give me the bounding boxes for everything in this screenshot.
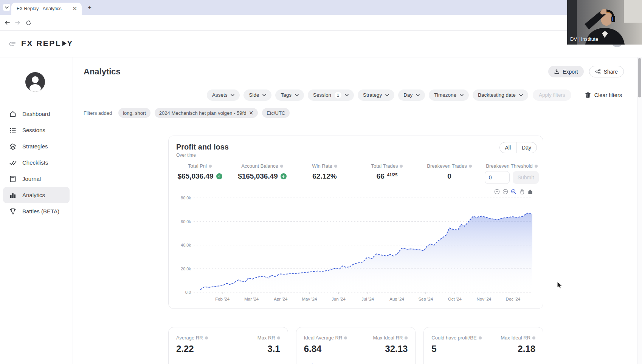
svg-text:0.0: 0.0 bbox=[185, 290, 191, 295]
toggle-all[interactable]: All bbox=[500, 142, 516, 153]
info-icon[interactable] bbox=[205, 336, 208, 339]
stat-total-trades: Total Trades 6641/25 bbox=[356, 163, 418, 184]
svg-text:Jun '24: Jun '24 bbox=[332, 297, 346, 301]
sidebar-item-journal[interactable]: Journal bbox=[3, 171, 70, 187]
webcam-name-label: DV | Institute bbox=[570, 36, 598, 42]
filter-backtesting-date-dropdown[interactable]: Backtesting date bbox=[473, 89, 528, 101]
breakeven-threshold-input[interactable] bbox=[485, 171, 510, 184]
share-button[interactable]: Share bbox=[589, 66, 624, 77]
sidebar-menu: Dashboard Sessions Strategies Checklists… bbox=[0, 106, 73, 219]
svg-text:60.0k: 60.0k bbox=[181, 219, 191, 224]
up-arrow-badge bbox=[281, 173, 287, 179]
filter-strategy-dropdown[interactable]: Strategy bbox=[358, 89, 394, 101]
filter-day-dropdown[interactable]: Day bbox=[398, 89, 425, 101]
layers-icon bbox=[9, 143, 17, 150]
chevron-down-icon bbox=[416, 94, 420, 96]
filter-tags-dropdown[interactable]: Tags bbox=[275, 89, 304, 101]
info-icon[interactable] bbox=[535, 165, 538, 168]
filter-session-dropdown[interactable]: Session1 bbox=[308, 89, 354, 101]
info-icon[interactable] bbox=[469, 165, 472, 168]
sidebar-item-dashboard[interactable]: Dashboard bbox=[3, 106, 70, 122]
play-icon bbox=[62, 41, 67, 46]
logo-text: FX REPL bbox=[21, 39, 61, 48]
browser-tab[interactable]: FX Replay - Analytics ✕ bbox=[11, 3, 82, 15]
wins-losses-ratio: 41/25 bbox=[387, 173, 398, 177]
svg-text:40.0k: 40.0k bbox=[181, 243, 191, 247]
logo-text-suffix: Y bbox=[67, 39, 73, 48]
info-icon[interactable] bbox=[405, 336, 408, 339]
fx-replay-logo[interactable]: FX REPLY bbox=[21, 39, 73, 48]
info-icon[interactable] bbox=[479, 336, 482, 339]
sidebar-item-checklists[interactable]: Checklists bbox=[3, 154, 70, 171]
filter-chip-side[interactable]: long, short bbox=[118, 108, 150, 118]
export-button[interactable]: Export bbox=[548, 66, 583, 77]
info-icon[interactable] bbox=[344, 336, 347, 339]
info-icon[interactable] bbox=[277, 336, 280, 339]
svg-text:Oct '24: Oct '24 bbox=[448, 297, 462, 301]
svg-text:Aug '24: Aug '24 bbox=[389, 297, 404, 301]
sidebar-collapse-icon[interactable] bbox=[8, 40, 16, 49]
tab-search-button[interactable] bbox=[3, 4, 10, 11]
ideal-average-rr-card: Ideal Average RR 6.84 Max Ideal RR 32.13 bbox=[296, 327, 416, 364]
reload-icon[interactable] bbox=[24, 19, 33, 27]
filter-chip-timezone[interactable]: Etc/UTC bbox=[262, 108, 290, 118]
stat-win-rate: Win Rate 62.12% bbox=[293, 163, 356, 184]
stat-total-pnl: Total Pnl $65,036.49 bbox=[169, 163, 231, 184]
chevron-down-icon bbox=[262, 94, 266, 96]
stats-row: Total Pnl $65,036.49 Account Balance $16… bbox=[169, 163, 543, 184]
stat-breakeven-trades: Breakeven Trades 0 bbox=[418, 163, 481, 184]
browser-tab-strip: FX Replay - Analytics ✕ + bbox=[0, 0, 642, 15]
card-subtitle: Over time bbox=[176, 153, 196, 158]
info-icon[interactable] bbox=[209, 165, 212, 168]
back-icon[interactable] bbox=[3, 19, 11, 27]
svg-text:Apr '24: Apr '24 bbox=[274, 297, 288, 301]
svg-text:80.0k: 80.0k bbox=[181, 196, 191, 200]
info-icon[interactable] bbox=[280, 165, 283, 168]
filter-timezone-dropdown[interactable]: Timezone bbox=[429, 89, 469, 101]
browser-toolbar: app.fxreplay.com/en-US/auth/analytics bbox=[0, 15, 642, 31]
svg-text:Sep '24: Sep '24 bbox=[418, 297, 433, 301]
info-icon[interactable] bbox=[400, 165, 403, 168]
filter-assets-dropdown[interactable]: Assets bbox=[207, 89, 240, 101]
forward-icon[interactable] bbox=[14, 19, 22, 27]
filter-chip-strategy[interactable]: 2024 Mechanisch het plan volgen - 59fd✕ bbox=[155, 108, 258, 118]
clear-filters-button[interactable]: Clear filters bbox=[585, 92, 622, 98]
new-tab-button[interactable]: + bbox=[85, 3, 94, 12]
profile-avatar[interactable] bbox=[25, 72, 45, 94]
apply-filters-button[interactable]: Apply filters bbox=[533, 89, 571, 101]
webcam-overlay: DV | Institute bbox=[567, 0, 642, 45]
session-count-badge: 1 bbox=[335, 92, 341, 99]
tab-close-icon[interactable]: ✕ bbox=[71, 5, 79, 12]
chevron-down-icon bbox=[295, 94, 299, 96]
submit-button[interactable]: Submit bbox=[513, 171, 539, 184]
sidebar-item-strategies[interactable]: Strategies bbox=[3, 138, 70, 154]
info-icon[interactable] bbox=[334, 165, 337, 168]
page-header: Analytics Export Share bbox=[73, 57, 637, 86]
filters-added-row: Filters added long, short 2024 Mechanisc… bbox=[73, 104, 637, 122]
sidebar: Dashboard Sessions Strategies Checklists… bbox=[0, 57, 73, 364]
download-icon bbox=[554, 69, 560, 74]
sidebar-item-analytics[interactable]: Analytics bbox=[3, 187, 70, 203]
trophy-icon bbox=[9, 208, 17, 215]
svg-text:Feb '24: Feb '24 bbox=[215, 297, 230, 301]
svg-text:Jul '24: Jul '24 bbox=[361, 297, 374, 301]
trash-icon bbox=[585, 92, 591, 98]
journal-icon bbox=[9, 175, 17, 183]
double-check-icon bbox=[9, 159, 17, 167]
list-icon bbox=[9, 126, 17, 134]
pnl-chart[interactable]: 0.020.0k40.0k60.0k80.0kFeb '24Mar '24Apr… bbox=[178, 193, 535, 307]
chevron-down-icon bbox=[231, 94, 234, 96]
page-scrollbar[interactable] bbox=[637, 57, 642, 364]
home-icon bbox=[9, 110, 17, 118]
scrollbar-thumb[interactable] bbox=[638, 58, 641, 97]
info-icon[interactable] bbox=[532, 336, 535, 339]
sidebar-item-sessions[interactable]: Sessions bbox=[3, 122, 70, 138]
remove-chip-icon[interactable]: ✕ bbox=[249, 110, 253, 116]
toggle-day[interactable]: Day bbox=[516, 142, 537, 153]
sidebar-item-battles[interactable]: Battles (BETA) bbox=[3, 203, 70, 219]
up-arrow-badge bbox=[216, 173, 222, 179]
tab-title: FX Replay - Analytics bbox=[17, 6, 71, 11]
filter-side-dropdown[interactable]: Side bbox=[243, 89, 271, 101]
chevron-down-icon bbox=[345, 94, 349, 96]
svg-text:Nov '24: Nov '24 bbox=[477, 297, 492, 301]
